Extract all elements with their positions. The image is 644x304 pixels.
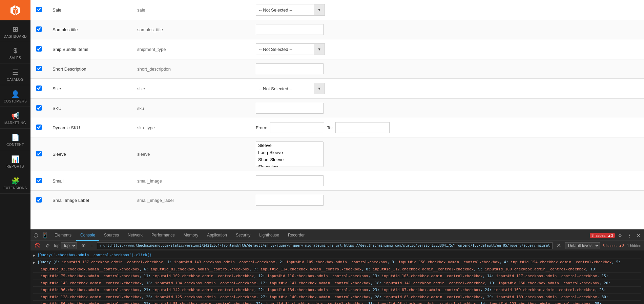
sidebar-item-label: REPORTS [6,165,24,168]
devtools-toolbar: 🚫 ⊘ top top 👁 ↑ ✕ Default levels 3 Issue… [30,241,644,250]
dropdown-size[interactable]: -- Not Selected -- [256,83,314,94]
dropdown-sale[interactable]: -- Not Selected -- [256,4,314,15]
console-line-command: ▶ jQuery('.checkbox.admin__control-check… [33,252,641,259]
url-filter-input[interactable] [97,242,553,249]
eye-btn[interactable]: 👁 [80,242,87,249]
range-from-label: From: [256,125,267,130]
dropdown-wrapper-size: -- Not Selected --▼ [256,83,325,94]
tab-network[interactable]: Network [124,230,147,241]
checkbox-small[interactable] [36,178,42,183]
checkbox-sleeve[interactable] [36,151,42,156]
checkbox-size[interactable] [36,86,42,91]
checkbox-samples_title[interactable] [36,26,42,32]
tab-lighthouse[interactable]: Lighthouse [255,230,283,241]
dropdown-ship_bundle_items[interactable]: -- Not Selected -- [256,44,314,55]
console-line-6: input#id_86.checkbox.admin__control-chec… [33,301,641,304]
text-input-sku[interactable] [256,103,324,114]
devtools-inspect-btn[interactable]: ⬡ [32,231,40,239]
expand-arrow[interactable]: ▶ [33,252,35,258]
tab-sources[interactable]: Sources [100,230,123,241]
context-dropdown[interactable]: top [61,242,77,249]
dropdown-arrow-ship_bundle_items[interactable]: ▼ [314,44,325,55]
console-line-0: ▶jQuery (0: input#id_137.checkbox.admin_… [33,259,641,266]
devtools-close-btn[interactable]: ✕ [635,232,642,239]
dropdown-arrow-size[interactable]: ▼ [314,83,325,94]
text-input-small[interactable] [256,175,324,186]
levels-dropdown[interactable]: Default levels [565,242,600,249]
tab-recorder[interactable]: Recorder [284,230,309,241]
label-dynamic_sku: Dynamic SKU [47,118,132,137]
checkbox-ship_bundle_items[interactable] [36,46,42,52]
table-row: SKUsku [30,99,644,118]
console-line-4: input#id_96.checkbox.admin__control-chec… [33,287,641,293]
reports-icon: 📊 [11,155,20,163]
table-row: SleevesleeveSleeveLong-SleeveShort-Sleev… [30,137,644,171]
range-from-dynamic_sku[interactable] [270,122,324,133]
devtools-device-btn[interactable]: 📱 [40,231,50,239]
value-cell-sale: -- Not Selected --▼ [251,0,644,20]
tab-application[interactable]: Application [203,230,231,241]
context-label: top [54,243,60,248]
magento-logo [0,0,30,20]
checkbox-small_image_label[interactable] [36,197,42,203]
sidebar-item-customers[interactable]: 👤 CUSTOMERS [0,85,30,107]
range-to-label: To: [327,125,333,130]
devtools-content: ▶ jQuery('.checkbox.admin__control-check… [30,250,644,304]
tab-security[interactable]: Security [232,230,254,241]
table-row: Samples titlesamples_title [30,20,644,39]
sidebar-item-marketing[interactable]: 📢 MARKETING [0,107,30,129]
code-sale: sale [132,0,251,20]
multiselect-sleeve[interactable]: SleeveLong-SleeveShort-SleeveSleevelessT… [256,141,324,167]
devtools-more-btn[interactable]: ⋮ [625,232,633,239]
toggle-filter-btn[interactable]: ⊘ [44,242,51,249]
sidebar-item-sales[interactable]: $ SALES [0,42,30,63]
sidebar: ⊞ DASHBOARD $ SALES ☰ CATALOG 👤 CUSTOMER… [0,0,30,304]
range-wrapper-dynamic_sku: From:To: [256,122,639,133]
range-to-dynamic_sku[interactable] [335,122,390,133]
dropdown-arrow-sale[interactable]: ▼ [314,4,325,15]
sidebar-item-extensions[interactable]: 🧩 EXTENSIONS [0,172,30,194]
console-line-3: input#id_145.checkbox.admin__control-che… [33,280,641,287]
checkbox-dynamic_sku[interactable] [36,125,42,130]
label-samples_title: Samples title [47,20,132,39]
table-row: Smallsmall_image [30,171,644,191]
tab-elements[interactable]: Elements [50,230,76,241]
clear-console-btn[interactable]: 🚫 [33,242,42,249]
value-cell-ship_bundle_items: -- Not Selected --▼ [251,39,644,59]
checkbox-short_description[interactable] [36,66,42,71]
code-samples_title: samples_title [132,20,251,39]
sidebar-item-catalog[interactable]: ☰ CATALOG [0,63,30,85]
code-small: small_image [132,171,251,191]
customers-icon: 👤 [11,90,20,98]
console-code-1: jQuery('.checkbox.admin__control-checkbo… [37,252,641,258]
value-cell-small [251,171,644,191]
clear-url-btn[interactable]: ✕ [555,242,562,249]
label-small_image_label: Small Image Label [47,191,132,210]
url-filter-btn[interactable]: ↑ [90,243,94,248]
code-short_description: short_description [132,59,251,79]
tab-memory[interactable]: Memory [180,230,202,241]
text-input-small_image_label[interactable] [256,195,324,206]
sidebar-item-reports[interactable]: 📊 REPORTS [0,150,30,172]
content-icon: 📄 [11,133,20,141]
tab-performance[interactable]: Performance [147,230,179,241]
catalog-icon: ☰ [12,68,18,76]
levels-selector: Default levels [565,242,600,249]
value-cell-small_image_label [251,191,644,210]
table-row: Sizesize-- Not Selected --▼ [30,79,644,99]
devtools-panel: ⬡ 📱 Elements Console Sources Network Per… [30,229,644,304]
sidebar-item-content[interactable]: 📄 CONTENT [0,129,30,150]
code-text-3: input#id_145.checkbox.admin__control-che… [41,281,641,286]
dropdown-wrapper-sale: -- Not Selected --▼ [256,4,325,16]
checkbox-sale[interactable] [36,7,42,12]
devtools-settings-btn[interactable]: ⚙ [616,232,624,239]
table-row: Small Image Labelsmall_image_label [30,191,644,210]
checkbox-sku[interactable] [36,105,42,111]
expand-arrow-output[interactable]: ▶ [33,260,35,265]
extensions-icon: 🧩 [11,177,20,185]
config-table: Salesale-- Not Selected --▼Samples title… [30,0,644,210]
tab-console[interactable]: Console [76,230,99,241]
text-input-samples_title[interactable] [256,24,324,35]
sidebar-item-dashboard[interactable]: ⊞ DASHBOARD [0,20,30,42]
text-input-short_description[interactable] [256,63,324,74]
